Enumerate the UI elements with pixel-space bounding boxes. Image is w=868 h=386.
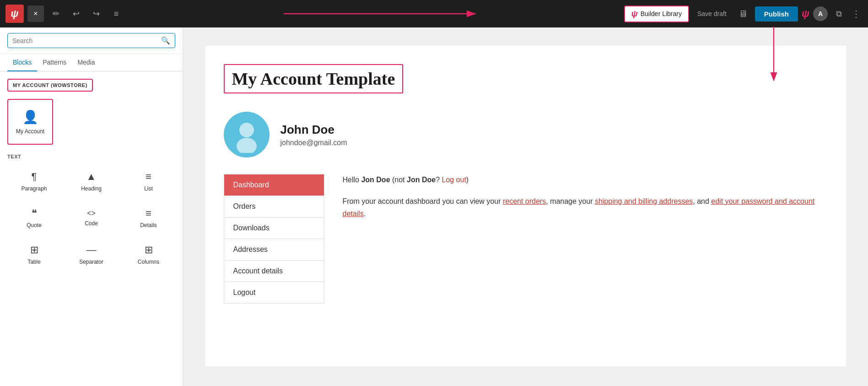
my-account-header: MY ACCOUNT (WOWSTORE)	[7, 79, 93, 92]
svg-point-4	[239, 123, 254, 137]
addresses-link[interactable]: shipping and billing addresses	[595, 197, 693, 205]
logout-link[interactable]: Log out	[442, 176, 466, 184]
tab-blocks[interactable]: Blocks	[7, 54, 37, 71]
astra-icon: A	[813, 6, 828, 21]
undo-button[interactable]: ↩	[68, 5, 84, 22]
woo-logo-symbol: ψ	[11, 8, 18, 20]
block-quote[interactable]: ❝ Quote	[7, 201, 61, 234]
close-button[interactable]: ×	[27, 5, 44, 22]
my-account-block[interactable]: 👤 My Account	[7, 99, 53, 145]
block-details[interactable]: ≡ Details	[122, 201, 175, 234]
nav-item-orders[interactable]: Orders	[224, 196, 324, 217]
details-icon: ≡	[146, 207, 151, 219]
main-area: 🔍 Blocks Patterns Media MY ACCOUNT (WOWS…	[0, 27, 868, 386]
preview-button[interactable]: 🖥	[735, 7, 751, 21]
block-columns[interactable]: ⊞ Columns	[122, 238, 175, 271]
canvas-inner: My Account Template John Doe johndoe@gma…	[205, 46, 846, 366]
table-label: Table	[27, 259, 41, 265]
my-account-icon: 👤	[22, 109, 38, 125]
hello-not-name: Jon Doe	[407, 176, 436, 184]
dashboard-text: From your account dashboard you can view…	[343, 195, 828, 220]
account-nav: Dashboard Orders Downloads Addresses Acc…	[224, 174, 324, 304]
my-account-section: MY ACCOUNT (WOWSTORE) 👤 My Account	[7, 79, 175, 145]
toolbar-woo-icon: ψ	[802, 8, 809, 20]
sidebar-tabs: Blocks Patterns Media	[0, 54, 183, 71]
close-icon: ×	[33, 10, 38, 18]
block-separator[interactable]: — Separator	[65, 238, 118, 271]
paragraph-icon: ¶	[32, 171, 37, 183]
block-table[interactable]: ⊞ Table	[7, 238, 61, 271]
user-email: johndoe@gmail.com	[280, 139, 347, 147]
my-account-label: My Account	[16, 128, 44, 135]
recent-orders-link[interactable]: recent orders	[503, 197, 546, 205]
dashboard-end: .	[364, 210, 366, 217]
nav-item-dashboard[interactable]: Dashboard	[224, 174, 324, 196]
separator-icon: —	[86, 244, 97, 256]
avatar	[224, 112, 270, 158]
user-name: John Doe	[280, 123, 347, 137]
publish-button[interactable]: Publish	[755, 6, 798, 22]
block-list[interactable]: ≡ List	[122, 165, 175, 198]
user-info: John Doe johndoe@gmail.com	[280, 123, 347, 147]
svg-point-5	[237, 138, 257, 153]
dashboard-mid2: , and	[693, 197, 711, 205]
list-icon: ≡	[146, 171, 151, 183]
redo-button[interactable]: ↪	[88, 5, 104, 22]
menu-button[interactable]: ≡	[108, 5, 124, 22]
more-options-button[interactable]: ⋮	[850, 6, 863, 21]
user-profile: John Doe johndoe@gmail.com	[224, 112, 828, 158]
arrow-annotation	[275, 5, 503, 23]
woo-logo: ψ	[5, 5, 24, 23]
hello-not: (not	[390, 176, 407, 184]
text-section-label: TEXT	[7, 154, 175, 159]
sidebar: 🔍 Blocks Patterns Media MY ACCOUNT (WOWS…	[0, 27, 183, 386]
my-account-header-label: MY ACCOUNT (WOWSTORE)	[13, 82, 87, 88]
hello-not-suffix: ?	[436, 176, 442, 184]
block-code[interactable]: <> Code	[65, 201, 118, 234]
toolbar: ψ × ✏ ↩ ↪ ≡ ψ Builder Library Save draft…	[0, 0, 868, 27]
search-bar: 🔍	[0, 27, 183, 54]
tab-patterns[interactable]: Patterns	[37, 54, 72, 71]
text-section: TEXT ¶ Paragraph ▲ Heading ≡ List	[7, 154, 175, 271]
hello-prefix: Hello	[343, 176, 361, 184]
template-title: My Account Template	[232, 69, 395, 89]
nav-item-account-details[interactable]: Account details	[224, 261, 324, 282]
details-label: Details	[140, 222, 157, 228]
block-paragraph[interactable]: ¶ Paragraph	[7, 165, 61, 198]
heading-icon: ▲	[86, 171, 97, 183]
list-label: List	[144, 185, 153, 192]
edit-icon[interactable]: ✏	[48, 5, 64, 22]
builder-library-button[interactable]: ψ Builder Library	[624, 5, 689, 22]
search-input-wrap: 🔍	[7, 33, 175, 48]
paragraph-label: Paragraph	[21, 185, 47, 192]
template-title-wrap: My Account Template	[224, 64, 404, 93]
blocks-grid: ¶ Paragraph ▲ Heading ≡ List ❝ Quote	[7, 165, 175, 271]
heading-label: Heading	[81, 185, 102, 192]
block-heading[interactable]: ▲ Heading	[65, 165, 118, 198]
dashboard-mid1: , manage your	[546, 197, 595, 205]
code-label: Code	[85, 220, 98, 227]
search-icon: 🔍	[161, 36, 170, 45]
nav-item-downloads[interactable]: Downloads	[224, 217, 324, 239]
account-main: Hello Jon Doe (not Jon Doe? Log out) Fro…	[343, 174, 828, 220]
builder-library-label: Builder Library	[641, 10, 682, 17]
table-icon: ⊞	[30, 244, 38, 256]
builder-library-woo-icon: ψ	[631, 9, 638, 19]
tab-media[interactable]: Media	[72, 54, 100, 71]
avatar-svg	[228, 116, 265, 153]
nav-item-logout[interactable]: Logout	[224, 282, 324, 303]
hello-text: Hello Jon Doe (not Jon Doe? Log out)	[343, 174, 828, 186]
split-view-icon[interactable]: ⧉	[831, 6, 846, 21]
columns-icon: ⊞	[145, 244, 153, 256]
nav-item-addresses[interactable]: Addresses	[224, 239, 324, 261]
hello-username: Jon Doe	[361, 176, 390, 184]
dashboard-prefix: From your account dashboard you can view…	[343, 197, 503, 205]
quote-label: Quote	[27, 222, 42, 228]
separator-label: Separator	[79, 259, 103, 265]
canvas: My Account Template John Doe johndoe@gma…	[183, 27, 868, 386]
save-draft-button[interactable]: Save draft	[693, 7, 731, 20]
code-icon: <>	[87, 209, 96, 217]
search-input[interactable]	[12, 37, 157, 44]
quote-icon: ❝	[32, 207, 37, 219]
columns-label: Columns	[138, 259, 159, 265]
